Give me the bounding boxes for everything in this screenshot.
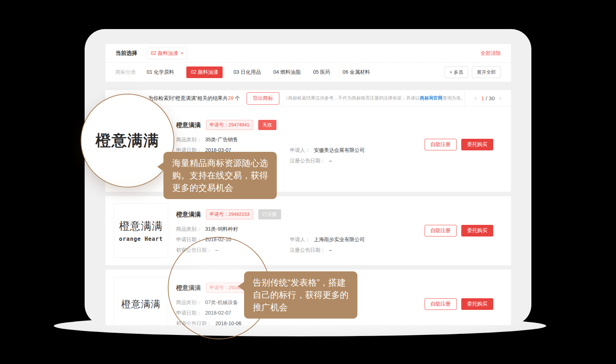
trademark-image-subtext: orange Heart [119, 236, 163, 242]
self-register-button[interactable]: 自助注册 [425, 139, 457, 150]
applicant-field: 申请人：安徽美达会展有限公司 [290, 145, 365, 155]
current-page: 1 [481, 95, 484, 101]
category-row-label: 商标分类 [115, 69, 136, 76]
trademark-image-text: 橙意满满 [121, 298, 161, 311]
filter-bar: 当前选择 02 颜料油漆 × 全部清除 商标分类 01 化学原料 02 颜料油漆… [105, 44, 511, 82]
reg-notice-field: 注册公告日期：– [290, 155, 332, 166]
tooltip-line: 告别传统“发表格”，搭建 [253, 276, 349, 289]
category-tab-02-selected[interactable]: 02 颜料油漆 [186, 66, 222, 78]
disclaimer-text-end: 查询为准。） [442, 96, 465, 101]
prev-page-icon[interactable]: ‹ [475, 94, 477, 102]
trademark-name[interactable]: 橙意满满 [176, 121, 201, 129]
application-number-label: 申请号： [210, 211, 228, 217]
title-row: 橙意满满 申请号：29482153 已注册 [176, 209, 502, 219]
multi-select-button[interactable]: + 多选 [445, 66, 468, 78]
tooltip-line: 推广机会 [253, 301, 349, 314]
category-field: 商品类别：35类-广告销售 [176, 134, 290, 145]
results-header: 为你检索到“橙意满满”相关的结果共28 个 导出商标 （商标检索结果仅供参考，不… [105, 90, 511, 107]
category-tab-06[interactable]: 06 金属材料 [343, 69, 370, 76]
row-actions: 自助注册 委托购买 [425, 139, 493, 150]
application-number-chip: 申请号：29474941 [206, 120, 253, 130]
page-indicator: 1 / 30 [481, 95, 495, 101]
trademark-image-2: 橙意满满 orange Heart [114, 203, 168, 258]
category-tab-05[interactable]: 05 医药 [313, 69, 330, 76]
self-register-button[interactable]: 自助注册 [425, 225, 457, 236]
category-field: 商品类别：31类-饲料种籽 [176, 224, 290, 234]
field-value: – [329, 245, 332, 255]
row-actions: 自助注册 委托购买 [425, 225, 493, 236]
tooltip-trademark-resources: 海量精品商标资源随心选 购。支持在线交易，获得 更多的交易机会 [163, 152, 277, 199]
results-count: 28 [228, 95, 234, 101]
row-actions: 自助注册 委托购买 [425, 298, 493, 310]
trademark-row-2: 橙意满满 orange Heart 橙意满满 申请号：29482153 已注册 … [105, 196, 511, 265]
category-actions: + 多选 展开全部 [445, 66, 501, 78]
results-disclaimer: （商标检索结果仅供参考，不作为商标能否注册的法律依据；具体以商标局官网查询为准。… [284, 95, 465, 101]
page-separator: / [486, 95, 487, 101]
selected-filter-chip[interactable]: 02 颜料油漆 × [147, 48, 187, 59]
field-value: 上海雨步实业有限公司 [314, 234, 365, 245]
application-number-value: 29482153 [228, 211, 250, 217]
results-summary-text: 为你检索到“橙意满满”相关的结果共 [148, 95, 228, 101]
close-icon[interactable]: × [181, 50, 183, 56]
field-label: 商品类别： [176, 134, 202, 145]
status-badge: 无效 [258, 120, 276, 130]
field-label: 商品类别： [176, 224, 202, 234]
field-value: 安徽美达会展有限公司 [314, 145, 365, 155]
magnified-trademark-text: 橙意满满 [96, 130, 159, 151]
selected-filter-chip-label: 02 颜料油漆 [151, 50, 178, 57]
application-number-value: 29474941 [228, 122, 250, 128]
entrust-buy-button[interactable]: 委托购买 [461, 225, 493, 236]
field-value: 35类-广告销售 [205, 134, 238, 145]
trademark-image-3: 橙意满满 [114, 277, 168, 325]
tooltip-arrow-icon [157, 162, 164, 171]
expand-all-button[interactable]: 展开全部 [472, 66, 501, 78]
status-badge: 已注册 [258, 209, 281, 219]
disclaimer-text: （商标检索结果仅供参考，不作为商标能否注册的法律依据；具体以 [284, 96, 420, 101]
results-summary-unit: 个 [234, 95, 240, 101]
tooltip-arrow-icon [238, 282, 244, 291]
trademark-name[interactable]: 橙意满满 [176, 210, 201, 219]
reg-notice-field: 注册公告日期：– [290, 245, 332, 255]
title-row: 橙意满满 申请号：29474941 无效 [176, 120, 502, 130]
application-number-chip: 申请号：29482153 [206, 209, 253, 219]
magnifier-circle: 橙意满满 [81, 94, 174, 187]
tooltip-line: 更多的交易机会 [172, 182, 268, 194]
clear-all-button[interactable]: 全部清除 [481, 50, 501, 57]
field-label: 申请人： [290, 145, 310, 155]
current-selection-row: 当前选择 02 颜料油漆 × 全部清除 [105, 44, 511, 63]
export-trademark-button[interactable]: 导出商标 [247, 92, 279, 105]
field-label: 注册公告日期： [290, 155, 325, 166]
applicant-field: 申请人：上海雨步实业有限公司 [290, 234, 365, 245]
entrust-buy-button[interactable]: 委托购买 [461, 139, 493, 150]
current-selection-label: 当前选择 [115, 50, 137, 57]
field-label: 申请人： [290, 234, 310, 245]
category-tab-04[interactable]: 04 燃料油脂 [273, 69, 300, 76]
self-register-button[interactable]: 自助注册 [425, 298, 457, 310]
results-summary: 为你检索到“橙意满满”相关的结果共28 个 [148, 95, 240, 102]
tooltip-line: 海量精品商标资源随心选 [172, 157, 268, 169]
category-row: 商标分类 01 化学原料 02 颜料油漆 03 日化用品 04 燃料油脂 05 … [105, 63, 511, 82]
tooltip-line: 自己的标行，获得更多的 [253, 289, 349, 301]
field-value: – [329, 155, 332, 166]
trademark-office-link[interactable]: 商标局官网 [420, 96, 443, 101]
application-number-label: 申请号： [210, 122, 228, 128]
pagination: ‹ 1 / 30 › [465, 90, 511, 106]
category-tab-01[interactable]: 01 化学原料 [147, 69, 174, 76]
tooltip-line: 购。支持在线交易，获得 [172, 169, 268, 182]
entrust-buy-button[interactable]: 委托购买 [461, 298, 493, 310]
trademark-image-text: 橙意满满 [119, 219, 163, 234]
next-page-icon[interactable]: › [499, 94, 501, 102]
tooltip-promotion: 告别传统“发表格”，搭建 自己的标行，获得更多的 推广机会 [244, 271, 357, 319]
category-tab-03[interactable]: 03 日化用品 [234, 69, 261, 76]
total-pages: 30 [489, 95, 495, 101]
field-label: 注册公告日期： [290, 245, 325, 255]
field-value: 31类-饲料种籽 [205, 224, 238, 234]
